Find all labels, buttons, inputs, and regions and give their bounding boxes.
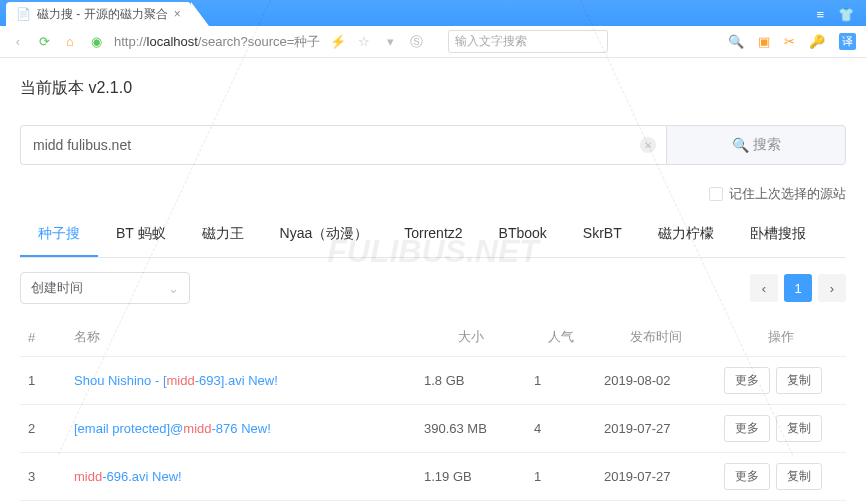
col-ops: 操作 [716,318,846,357]
url-host: localhost [147,34,198,49]
menu-icon[interactable]: ≡ [816,7,824,22]
cell-hot: 1 [526,453,596,501]
col-hot: 人气 [526,318,596,357]
tab-0[interactable]: 种子搜 [20,213,98,257]
home-icon[interactable]: ⌂ [62,34,78,50]
cell-ops: 更多复制 [716,405,846,453]
cell-size: 390.63 MB [416,405,526,453]
search-input[interactable]: midd fulibus.net ✕ [20,125,666,165]
copy-button[interactable]: 复制 [776,367,822,394]
scissors-icon[interactable]: ✂ [784,34,795,49]
tab-5[interactable]: BTbook [481,213,565,257]
cell-name[interactable]: [email protected]@midd-876 New! [66,405,416,453]
remember-label: 记住上次选择的源站 [729,185,846,203]
tab-4[interactable]: Torrentz2 [386,213,480,257]
chevron-down-icon[interactable]: ▾ [382,34,398,50]
sort-select[interactable]: 创建时间 ⌄ [20,272,190,304]
star-icon[interactable]: ☆ [356,34,372,50]
copy-button[interactable]: 复制 [776,415,822,442]
browser-tab-strip: 📄 磁力搜 - 开源的磁力聚合 × ≡ 👕 [0,0,866,26]
tab-6[interactable]: SkrBT [565,213,640,257]
cell-date: 2019-07-27 [596,453,716,501]
sogou-icon[interactable]: Ⓢ [408,34,424,50]
tab-2[interactable]: 磁力王 [184,213,262,257]
cell-size: 1.19 GB [416,453,526,501]
search-icon: 🔍 [732,137,749,153]
shield-icon[interactable]: ◉ [88,34,104,50]
pagination: ‹ 1 › [750,274,846,302]
results-table: # 名称 大小 人气 发布时间 操作 1Shou Nishino - [midd… [20,318,846,501]
back-icon[interactable]: ‹ [10,34,26,50]
col-index: # [20,318,66,357]
copy-button[interactable]: 复制 [776,463,822,490]
lightning-icon[interactable]: ⚡ [330,34,346,50]
sort-value: 创建时间 [31,279,83,297]
search-placeholder: 输入文字搜索 [455,33,527,50]
tab-8[interactable]: 卧槽搜报 [732,213,824,257]
more-button[interactable]: 更多 [724,463,770,490]
more-button[interactable]: 更多 [724,367,770,394]
cell-hot: 4 [526,405,596,453]
search-value: midd fulibus.net [33,137,131,153]
browser-tab[interactable]: 📄 磁力搜 - 开源的磁力聚合 × [6,2,191,26]
cell-name[interactable]: Shou Nishino - [midd-693].avi New! [66,357,416,405]
page-prev[interactable]: ‹ [750,274,778,302]
url-scheme: http:// [114,34,147,49]
clear-icon[interactable]: ✕ [640,137,656,153]
table-row: 1Shou Nishino - [midd-693].avi New!1.8 G… [20,357,846,405]
search-button-label: 搜索 [753,136,781,154]
more-button[interactable]: 更多 [724,415,770,442]
cell-index: 1 [20,357,66,405]
translate-icon[interactable]: 译 [839,33,856,50]
url-display[interactable]: http://localhost/search?source=种子 [114,33,320,51]
cell-name[interactable]: midd-696.avi New! [66,453,416,501]
key-icon[interactable]: 🔑 [809,34,825,49]
tab-1[interactable]: BT 蚂蚁 [98,213,184,257]
tab-title: 磁力搜 - 开源的磁力聚合 [37,6,168,23]
table-row: 3midd-696.avi New!1.19 GB12019-07-27更多复制 [20,453,846,501]
table-row: 2[email protected]@midd-876 New!390.63 M… [20,405,846,453]
col-name: 名称 [66,318,416,357]
page-next[interactable]: › [818,274,846,302]
col-date: 发布时间 [596,318,716,357]
source-tabs: 种子搜BT 蚂蚁磁力王Nyaa（动漫）Torrentz2BTbookSkrBT磁… [20,213,846,258]
browser-search-input[interactable]: 输入文字搜索 [448,30,608,53]
tab-3[interactable]: Nyaa（动漫） [262,213,387,257]
cell-ops: 更多复制 [716,453,846,501]
cell-date: 2019-08-02 [596,357,716,405]
cell-index: 3 [20,453,66,501]
url-path: /search?source=种子 [198,34,320,49]
remember-checkbox[interactable] [709,187,723,201]
close-icon[interactable]: × [174,7,181,21]
shirt-icon[interactable]: 👕 [838,7,854,22]
page-icon: 📄 [16,7,31,21]
address-bar: ‹ ⟳ ⌂ ◉ http://localhost/search?source=种… [0,26,866,58]
cell-index: 2 [20,405,66,453]
search-button[interactable]: 🔍 搜索 [666,125,846,165]
reload-icon[interactable]: ⟳ [36,34,52,50]
search-icon[interactable]: 🔍 [728,34,744,49]
tab-7[interactable]: 磁力柠檬 [640,213,732,257]
cell-ops: 更多复制 [716,357,846,405]
page-current[interactable]: 1 [784,274,812,302]
col-size: 大小 [416,318,526,357]
cell-hot: 1 [526,357,596,405]
cell-date: 2019-07-27 [596,405,716,453]
version-label: 当前版本 v2.1.0 [20,78,846,99]
capture-icon[interactable]: ▣ [758,34,770,49]
cell-size: 1.8 GB [416,357,526,405]
chevron-down-icon: ⌄ [168,281,179,296]
